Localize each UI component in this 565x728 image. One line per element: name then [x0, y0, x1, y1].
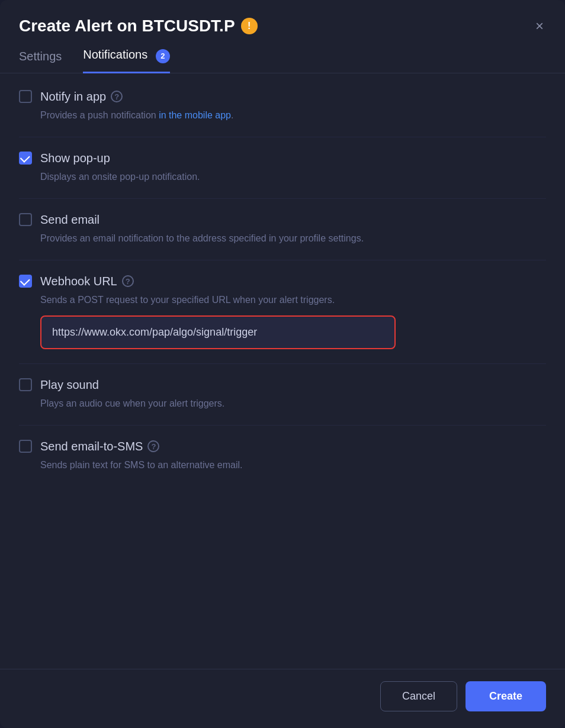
webhook-url-input[interactable]: [40, 315, 396, 349]
warning-icon: !: [241, 18, 258, 34]
notification-row: Send email: [19, 213, 546, 227]
notifications-content: Notify in app ? Provides a push notifica…: [0, 73, 565, 669]
divider-2: [19, 198, 546, 199]
create-button[interactable]: Create: [466, 681, 546, 711]
send-email-sms-checkbox[interactable]: [19, 440, 32, 453]
notification-play-sound: Play sound Plays an audio cue when your …: [19, 378, 546, 411]
notification-send-email-sms: Send email-to-SMS ? Sends plain text for…: [19, 440, 546, 472]
sms-help-icon[interactable]: ?: [147, 440, 159, 452]
notify-in-app-desc: Provides a push notification in the mobi…: [40, 108, 546, 123]
send-email-sms-label: Send email-to-SMS ?: [40, 440, 159, 453]
webhook-desc: Sends a POST request to your specified U…: [40, 293, 546, 307]
notification-webhook-url: Webhook URL ? Sends a POST request to yo…: [19, 275, 546, 349]
send-email-sms-desc: Sends plain text for SMS to an alternati…: [40, 458, 546, 472]
create-alert-dialog: Create Alert on BTCUSDT.P ! × Settings N…: [0, 0, 565, 728]
notification-show-popup: Show pop-up Displays an onsite pop-up no…: [19, 152, 546, 184]
webhook-url-checkbox[interactable]: [19, 275, 32, 288]
notification-row: Webhook URL ?: [19, 275, 546, 288]
divider-3: [19, 260, 546, 260]
dialog-title: Create Alert on BTCUSDT.P !: [19, 17, 258, 36]
send-email-label: Send email: [40, 213, 99, 227]
divider-4: [19, 363, 546, 364]
notify-in-app-label: Notify in app ?: [40, 90, 123, 104]
tab-bar: Settings Notifications 2: [0, 36, 565, 73]
divider-1: [19, 137, 546, 137]
play-sound-desc: Plays an audio cue when your alert trigg…: [40, 397, 546, 411]
notification-row: Send email-to-SMS ?: [19, 440, 546, 453]
play-sound-label: Play sound: [40, 378, 99, 392]
notify-in-app-help-icon[interactable]: ?: [111, 91, 123, 102]
mobile-app-link[interactable]: in the mobile app: [159, 110, 231, 120]
dialog-header: Create Alert on BTCUSDT.P ! ×: [0, 0, 565, 36]
show-popup-label: Show pop-up: [40, 152, 110, 165]
tab-notifications[interactable]: Notifications 2: [83, 48, 170, 73]
close-button[interactable]: ×: [533, 17, 546, 36]
notification-send-email: Send email Provides an email notificatio…: [19, 213, 546, 246]
cancel-button[interactable]: Cancel: [380, 681, 457, 711]
notification-row: Notify in app ?: [19, 90, 546, 104]
dialog-footer: Cancel Create: [0, 669, 565, 728]
title-text: Create Alert on BTCUSDT.P: [19, 17, 235, 36]
send-email-desc: Provides an email notification to the ad…: [40, 231, 546, 246]
show-popup-checkbox[interactable]: [19, 152, 32, 165]
play-sound-checkbox[interactable]: [19, 378, 32, 391]
webhook-input-container: [40, 315, 546, 349]
webhook-url-label: Webhook URL ?: [40, 275, 134, 288]
notification-row: Show pop-up: [19, 152, 546, 165]
notification-notify-in-app: Notify in app ? Provides a push notifica…: [19, 90, 546, 123]
send-email-checkbox[interactable]: [19, 213, 32, 226]
divider-5: [19, 425, 546, 426]
notification-row: Play sound: [19, 378, 546, 392]
tab-settings[interactable]: Settings: [19, 48, 62, 73]
webhook-help-icon[interactable]: ?: [122, 275, 134, 287]
notifications-badge: 2: [156, 49, 170, 63]
show-popup-desc: Displays an onsite pop-up notification.: [40, 170, 546, 184]
notify-in-app-checkbox[interactable]: [19, 90, 32, 103]
